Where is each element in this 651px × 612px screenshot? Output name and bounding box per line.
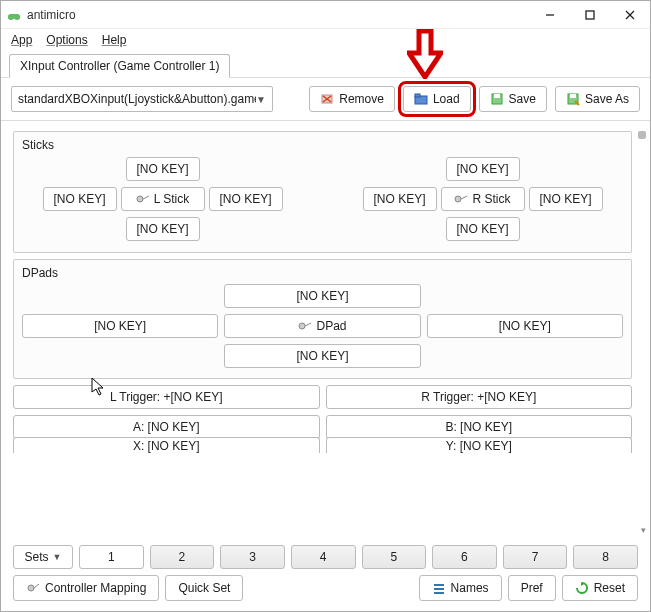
chevron-down-icon: ▼ — [53, 552, 62, 562]
y-button[interactable]: Y: [NO KEY] — [326, 437, 633, 453]
content-area: ▾ Sticks [NO KEY] [NO KEY] L Stick [NO K… — [1, 120, 650, 545]
dpad-down[interactable]: [NO KEY] — [224, 344, 420, 368]
close-button[interactable] — [610, 1, 650, 29]
bottom-toolbar: Controller Mapping Quick Set Names Pref … — [1, 575, 650, 611]
reset-button[interactable]: Reset — [562, 575, 638, 601]
list-icon — [432, 581, 446, 595]
rstick-left[interactable]: [NO KEY] — [363, 187, 437, 211]
sticks-title: Sticks — [22, 138, 623, 152]
joystick-icon — [298, 321, 312, 331]
reset-icon — [575, 581, 589, 595]
save-as-button[interactable]: Save As — [555, 86, 640, 112]
dpads-title: DPads — [22, 266, 623, 280]
dpad-center[interactable]: DPad — [224, 314, 420, 338]
left-stick-block: [NO KEY] [NO KEY] L Stick [NO KEY] [NO K… — [43, 156, 283, 242]
rstick-center[interactable]: R Stick — [441, 187, 525, 211]
annotation-arrow — [407, 29, 443, 82]
controller-mapping-button[interactable]: Controller Mapping — [13, 575, 159, 601]
b-button[interactable]: B: [NO KEY] — [326, 415, 633, 439]
set-7[interactable]: 7 — [503, 545, 568, 569]
maximize-button[interactable] — [570, 1, 610, 29]
l-trigger[interactable]: L Trigger: +[NO KEY] — [13, 385, 320, 409]
a-button[interactable]: A: [NO KEY] — [13, 415, 320, 439]
svg-rect-13 — [494, 94, 500, 98]
minimize-button[interactable] — [530, 1, 570, 29]
lstick-center[interactable]: L Stick — [121, 187, 205, 211]
set-2[interactable]: 2 — [150, 545, 215, 569]
set-5[interactable]: 5 — [362, 545, 427, 569]
svg-line-21 — [305, 323, 311, 326]
svg-line-17 — [143, 196, 149, 199]
right-stick-block: [NO KEY] [NO KEY] R Stick [NO KEY] [NO K… — [363, 156, 603, 242]
rstick-up[interactable]: [NO KEY] — [446, 157, 520, 181]
svg-rect-4 — [586, 11, 594, 19]
pref-button[interactable]: Pref — [508, 575, 556, 601]
dpad-left[interactable]: [NO KEY] — [22, 314, 218, 338]
remove-button[interactable]: Remove — [309, 86, 395, 112]
joystick-icon — [454, 194, 468, 204]
sticks-panel: Sticks [NO KEY] [NO KEY] L Stick [NO KEY… — [13, 131, 632, 253]
quick-set-button[interactable]: Quick Set — [165, 575, 243, 601]
svg-line-19 — [461, 196, 467, 199]
set-8[interactable]: 8 — [573, 545, 638, 569]
scroll-down-arrow[interactable]: ▾ — [641, 525, 646, 535]
joystick-icon — [136, 194, 150, 204]
titlebar: antimicro — [1, 1, 650, 29]
save-button[interactable]: Save — [479, 86, 547, 112]
save-icon — [490, 92, 504, 106]
dpad-up[interactable]: [NO KEY] — [224, 284, 420, 308]
save-as-icon — [566, 92, 580, 106]
svg-point-18 — [455, 196, 461, 202]
r-trigger[interactable]: R Trigger: +[NO KEY] — [326, 385, 633, 409]
rstick-down[interactable]: [NO KEY] — [446, 217, 520, 241]
window-title: antimicro — [27, 8, 530, 22]
x-button[interactable]: X: [NO KEY] — [13, 437, 320, 453]
cursor-icon — [91, 377, 107, 400]
lstick-down[interactable]: [NO KEY] — [126, 217, 200, 241]
set-4[interactable]: 4 — [291, 545, 356, 569]
set-6[interactable]: 6 — [432, 545, 497, 569]
menu-options[interactable]: Options — [46, 33, 87, 47]
set-3[interactable]: 3 — [220, 545, 285, 569]
folder-icon — [414, 92, 428, 106]
profile-dropdown[interactable]: standardXBOXinput(Ljoystick&Abutton).gam… — [11, 86, 273, 112]
tab-row: XInput Controller (Game Controller 1) — [1, 51, 650, 77]
svg-point-20 — [299, 323, 305, 329]
lstick-right[interactable]: [NO KEY] — [209, 187, 283, 211]
scroll-thumb[interactable] — [638, 131, 646, 139]
svg-line-23 — [34, 584, 39, 588]
joystick-icon — [26, 581, 40, 595]
svg-rect-11 — [415, 94, 420, 97]
app-window: antimicro App Options Help XInput Contro… — [0, 0, 651, 612]
controller-tab[interactable]: XInput Controller (Game Controller 1) — [9, 54, 230, 78]
svg-point-22 — [28, 585, 34, 591]
remove-icon — [320, 92, 334, 106]
xy-row-clipped: X: [NO KEY] Y: [NO KEY] — [13, 437, 632, 453]
names-button[interactable]: Names — [419, 575, 502, 601]
dpad-right[interactable]: [NO KEY] — [427, 314, 623, 338]
scrollbar[interactable]: ▾ — [636, 131, 646, 535]
menu-help[interactable]: Help — [102, 33, 127, 47]
rstick-right[interactable]: [NO KEY] — [529, 187, 603, 211]
lstick-up[interactable]: [NO KEY] — [126, 157, 200, 181]
svg-rect-15 — [570, 94, 576, 98]
profile-name: standardXBOXinput(Ljoystick&Abutton).gam… — [18, 92, 256, 106]
set-1[interactable]: 1 — [79, 545, 144, 569]
app-icon — [7, 8, 21, 22]
svg-point-16 — [137, 196, 143, 202]
lstick-left[interactable]: [NO KEY] — [43, 187, 117, 211]
load-button[interactable]: Load — [403, 86, 471, 112]
toolbar: standardXBOXinput(Ljoystick&Abutton).gam… — [1, 77, 650, 120]
dpads-panel: DPads [NO KEY] [NO KEY] DPad [NO KEY] [N… — [13, 259, 632, 379]
chevron-down-icon: ▼ — [256, 94, 266, 105]
svg-rect-2 — [10, 14, 18, 18]
sets-dropdown[interactable]: Sets▼ — [13, 545, 73, 569]
menu-app[interactable]: App — [11, 33, 32, 47]
sets-row: Sets▼ 1 2 3 4 5 6 7 8 — [1, 545, 650, 575]
menubar: App Options Help — [1, 29, 650, 51]
